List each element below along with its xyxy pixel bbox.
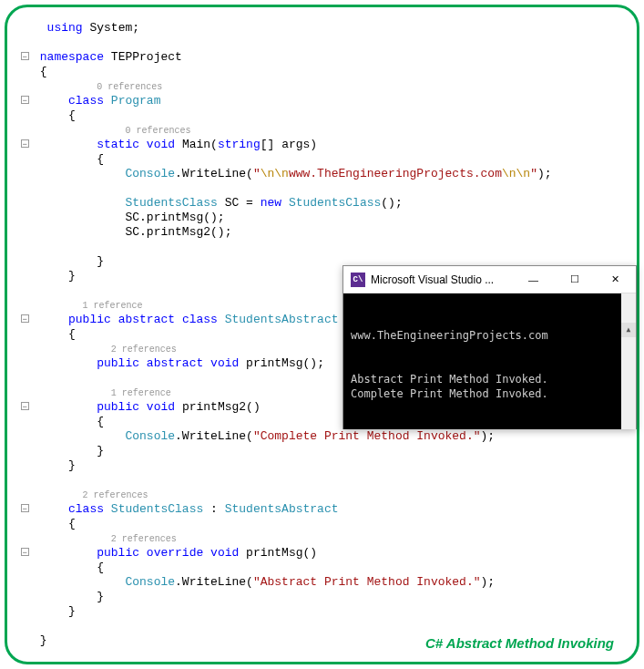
keyword-using: using [47,21,83,35]
console-window: C\ Microsoft Visual Studio ... — ☐ ✕ www… [342,265,637,429]
codelens-ref[interactable]: 2 references [111,534,177,544]
fold-icon[interactable] [21,314,29,323]
vs-icon: C\ [351,273,365,287]
codelens-ref[interactable]: 1 reference [111,388,171,398]
fold-icon[interactable] [21,52,29,60]
codelens-ref[interactable]: 0 references [97,82,162,92]
maximize-button[interactable]: ☐ [554,266,595,293]
close-button[interactable]: ✕ [595,266,636,293]
fold-icon[interactable] [21,548,29,556]
window-title: Microsoft Visual Studio ... [371,273,513,286]
code-frame: using System; namespace TEPProject { 0 r… [5,5,639,664]
console-output: www.TheEngineeringProjects.com Abstract … [343,293,636,429]
fold-icon[interactable] [21,504,29,512]
codelens-ref[interactable]: 0 references [125,126,190,136]
scrollbar[interactable]: ▲ [621,293,636,429]
fold-icon[interactable] [21,96,29,104]
codelens-ref[interactable]: 2 references [111,345,177,355]
fold-icon[interactable] [21,139,29,148]
scroll-up-icon[interactable]: ▲ [621,323,636,337]
codelens-ref[interactable]: 2 references [83,490,148,500]
minimize-button[interactable]: — [513,266,554,293]
caption-label: C# Abstract Method Invoking [425,635,614,651]
codelens-ref[interactable]: 1 reference [83,301,143,311]
titlebar[interactable]: C\ Microsoft Visual Studio ... — ☐ ✕ [343,266,636,293]
fold-icon[interactable] [21,402,29,410]
